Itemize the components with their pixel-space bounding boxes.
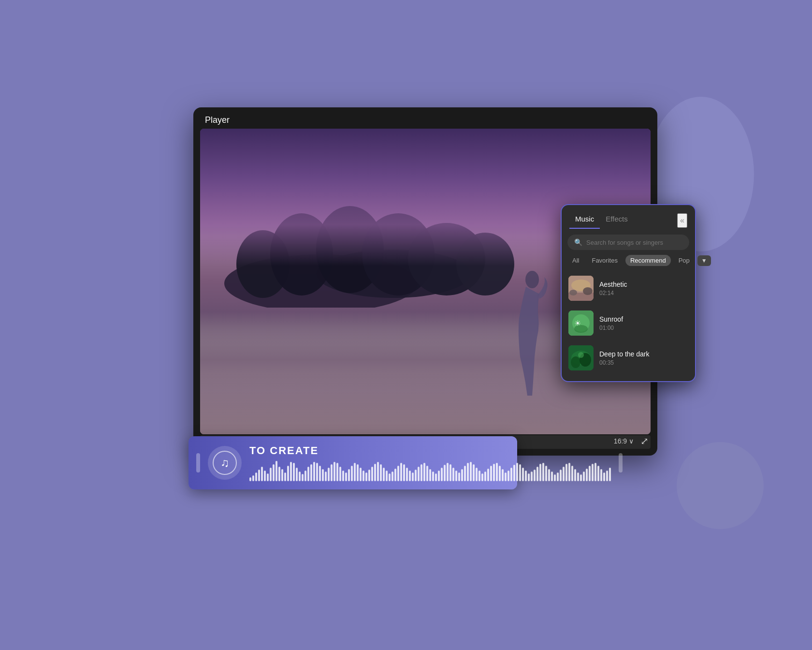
waveform-bar xyxy=(380,464,382,481)
panel-tabs: Music Effects xyxy=(569,212,634,229)
waveform-bar xyxy=(313,462,315,481)
waveform-bar xyxy=(406,468,408,481)
strip-handle-left[interactable] xyxy=(196,453,200,473)
waveform-bar xyxy=(594,463,596,481)
waveform-bar xyxy=(290,462,292,481)
search-input[interactable] xyxy=(586,239,682,246)
strip-handle-right[interactable] xyxy=(619,453,623,473)
waveform-bar xyxy=(426,466,428,481)
waveform-bar xyxy=(484,472,486,481)
filter-dropdown[interactable]: ▼ xyxy=(697,255,711,266)
fullscreen-button[interactable]: ⤢ xyxy=(640,435,649,447)
svg-point-8 xyxy=(525,271,539,288)
waveform-bar xyxy=(444,465,446,481)
waveform-bar xyxy=(365,473,367,481)
waveform-bar xyxy=(255,473,257,481)
waveform-bar xyxy=(528,473,530,481)
waveform-bar xyxy=(389,473,391,481)
panel-collapse-button[interactable]: « xyxy=(677,213,687,228)
waveform-bar xyxy=(261,467,263,481)
audio-strip: ♫ TO CREATE xyxy=(188,436,517,489)
filter-recommend[interactable]: Recommend xyxy=(625,255,671,266)
waveform-bar xyxy=(304,471,306,481)
waveform-bar xyxy=(447,463,449,481)
song-list: Aesthetic 02:14 ☀ xyxy=(562,271,695,381)
bg-circle-bottom xyxy=(677,442,764,529)
waveform-bar xyxy=(458,473,460,481)
waveform-bar xyxy=(252,475,254,481)
waveform-bar xyxy=(368,470,370,481)
filter-all[interactable]: All xyxy=(567,255,584,266)
waveform-bar xyxy=(577,473,579,481)
song-item-deep-dark[interactable]: Deep to the dark 00:35 xyxy=(562,340,695,375)
waveform-bar xyxy=(264,471,266,481)
song-info-aesthetic: Aesthetic 02:14 xyxy=(599,281,688,296)
song-duration-deep-dark: 00:35 xyxy=(599,359,688,366)
song-name-deep-dark: Deep to the dark xyxy=(599,350,688,358)
waveform-bar xyxy=(455,471,457,481)
waveform-bar xyxy=(397,466,399,481)
waveform-bar xyxy=(296,468,298,481)
waveform-bar xyxy=(592,464,594,481)
waveform-bar xyxy=(487,469,489,481)
waveform-bar xyxy=(273,464,275,481)
song-thumbnail-deep-dark xyxy=(568,345,594,370)
waveform-bar xyxy=(331,464,333,481)
waveform-bar xyxy=(267,473,269,481)
waveform-bar xyxy=(339,467,341,481)
svg-point-13 xyxy=(583,287,593,295)
song-item-aesthetic[interactable]: Aesthetic 02:14 xyxy=(562,271,695,306)
waveform-bar xyxy=(571,466,573,481)
waveform-bar xyxy=(505,473,507,481)
waveform-bar xyxy=(467,463,469,481)
collapse-icon: « xyxy=(680,216,684,224)
tab-music[interactable]: Music xyxy=(569,212,600,229)
bottom-controls: 16:9 ∨ ⤢ xyxy=(614,435,649,447)
song-duration-aesthetic: 02:14 xyxy=(599,290,688,296)
audio-icon-inner: ♫ xyxy=(213,451,237,475)
filter-favorites[interactable]: Favorites xyxy=(587,255,622,266)
waveform-bar xyxy=(319,466,321,481)
tab-effects[interactable]: Effects xyxy=(600,212,634,229)
song-item-sunroof[interactable]: ☀ Sunroof 01:00 xyxy=(562,306,695,340)
search-bar[interactable]: 🔍 xyxy=(567,235,689,250)
waveform-bar xyxy=(302,474,304,481)
waveform-bar xyxy=(545,466,547,481)
waveform-bar xyxy=(357,464,359,481)
waveform-bar xyxy=(531,472,533,481)
song-name-sunroof: Sunroof xyxy=(599,315,688,323)
waveform-bar xyxy=(377,462,379,481)
waveform-bar xyxy=(403,464,405,481)
audio-icon-area: ♫ xyxy=(208,446,242,480)
song-info-sunroof: Sunroof 01:00 xyxy=(599,315,688,331)
svg-point-22 xyxy=(578,352,584,358)
aspect-ratio-label: 16:9 ∨ xyxy=(614,437,634,445)
waveform-bar xyxy=(580,474,582,481)
waveform-bar xyxy=(249,477,251,481)
waveform-bar xyxy=(423,463,425,481)
waveform-bar xyxy=(583,472,585,481)
waveform-bar xyxy=(383,468,385,481)
waveform-bar xyxy=(481,473,483,481)
waveform-bar xyxy=(490,466,492,481)
waveform-bar xyxy=(307,467,309,481)
waveform-bar xyxy=(470,462,472,481)
waveform-bar xyxy=(392,472,393,481)
waveform-bar xyxy=(345,473,347,481)
aspect-ratio-button[interactable]: 16:9 ∨ xyxy=(614,437,634,445)
waveform-bar xyxy=(420,464,422,481)
waveform-bar xyxy=(525,471,527,481)
waveform-bar xyxy=(548,469,550,481)
filter-pop[interactable]: Pop xyxy=(674,255,695,266)
figure-silhouette xyxy=(506,270,554,396)
waveform-bar xyxy=(386,471,388,481)
waveform-bar xyxy=(348,469,350,481)
waveform-bar xyxy=(415,470,417,481)
waveform-bar xyxy=(478,471,480,481)
music-panel: Music Effects « 🔍 All xyxy=(561,204,696,382)
waveform-bar xyxy=(513,465,515,481)
player-device: Player xyxy=(193,107,657,456)
waveform-bar xyxy=(609,468,611,481)
waveform-container xyxy=(249,461,611,481)
thumb-aesthetic-art xyxy=(568,276,594,301)
